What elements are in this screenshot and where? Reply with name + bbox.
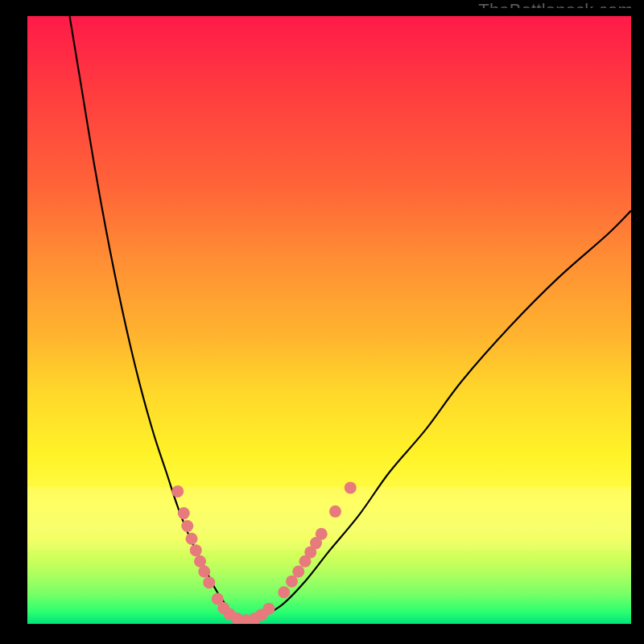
data-marker <box>203 576 215 588</box>
chart-plot-area <box>27 16 631 624</box>
data-marker <box>171 485 184 497</box>
data-marker <box>278 586 290 598</box>
data-marker <box>329 506 341 518</box>
data-marker <box>198 566 210 578</box>
data-marker <box>345 481 357 493</box>
chart-frame <box>0 8 644 644</box>
data-marker <box>178 507 190 519</box>
data-marker <box>190 544 202 556</box>
data-marker <box>186 533 198 545</box>
curve-layer <box>70 16 632 619</box>
bottleneck-curve <box>70 16 632 619</box>
chart-svg <box>27 16 631 624</box>
data-marker <box>181 520 193 532</box>
data-marker <box>194 555 206 568</box>
data-marker <box>292 566 304 578</box>
data-marker <box>316 528 328 540</box>
data-marker <box>263 603 275 615</box>
